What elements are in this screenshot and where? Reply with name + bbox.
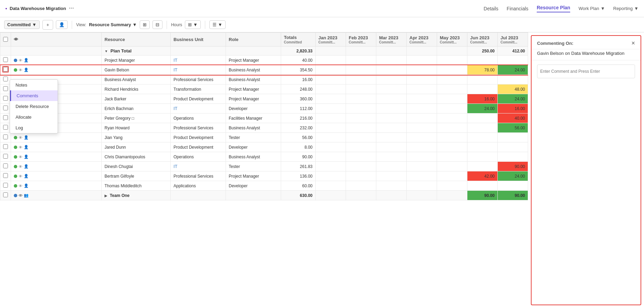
row2-checkbox[interactable] [3,67,8,72]
row10-checkbox[interactable] [3,144,8,149]
row15-jan [316,191,346,200]
eye-icon-2[interactable]: 👁 [19,68,22,72]
row14-role: Developer [226,181,281,191]
pt-jul: 412.00 [498,47,528,56]
row1-jan [316,56,346,65]
row5-checkbox[interactable] [3,96,8,101]
select-all-checkbox[interactable] [3,37,8,42]
context-menu-comments[interactable]: Comments [10,90,58,101]
th-bu: Business Unit [171,33,226,47]
row10-icons: 👁 👤 [11,142,102,152]
row11-may [437,152,467,162]
row5-total: 360.00 [281,94,316,104]
expand-button[interactable]: ⊞ [140,20,150,29]
row3-checkbox[interactable] [3,77,8,81]
row1-bu: IT [171,56,226,65]
nav-work-plan[interactable]: Work Plan ▼ [578,6,605,11]
row15-apr [407,191,437,200]
project-ellipsis[interactable]: ··· [69,5,74,12]
row14-jul [498,181,528,191]
row6-mar [376,104,407,113]
row9-checkbox[interactable] [3,135,8,139]
comment-input[interactable] [537,64,635,78]
table-scroll[interactable]: 👁 Resource Business Unit Role [0,32,528,308]
row11-total: 90.00 [281,152,316,162]
table-row: Jack Barker Product Development Project … [0,94,528,104]
row8-checkbox[interactable] [3,125,8,130]
pt-icons [11,47,102,56]
row14-resource: Thomas Middleditch [102,181,171,191]
status-green-icon-10 [14,146,17,149]
pt-check [0,47,11,56]
th-jul: Jul 2023 Committ... [498,33,528,47]
row7-apr [407,113,437,123]
row10-apr [407,142,437,152]
committed-button[interactable]: Committed ▼ [4,20,40,29]
row12-apr [407,162,437,171]
context-menu-notes[interactable]: Notes [10,80,58,90]
context-menu-allocate[interactable]: Allocate [10,112,58,122]
nav-reporting[interactable]: Reporting ▼ [613,6,638,11]
add-button[interactable]: ＋ [42,20,53,30]
row7-feb [346,113,376,123]
row1-checkbox[interactable] [3,57,8,62]
nav-financials[interactable]: Financials [507,6,528,11]
pt-label: ▼ Plan Total [102,47,171,56]
eye-icon[interactable]: 👁 [19,58,22,62]
person-icon-10: 👤 [24,145,29,149]
comment-input-area [532,60,641,305]
table-row: Business Analyst Professional Services B… [0,75,528,85]
row14-checkbox[interactable] [3,183,8,188]
row3-total: 16.00 [281,75,316,85]
collapse-button[interactable]: ⊟ [152,20,162,29]
view-label: View: [76,22,86,27]
nav-resource-plan[interactable]: Resource Plan [537,5,570,12]
pt-feb [346,47,376,56]
table-row: 👁 👤 Ryan Howard Professional Services Bu… [0,123,528,133]
toolbar: Committed ▼ ＋ 👤 View: Resource Summary ▼… [0,17,644,32]
hours-options-button[interactable]: ⊞ ▼ [185,20,201,29]
row14-bu: Applications [171,181,226,191]
hours-arrow-icon: ▼ [193,22,198,27]
eye-icon-9[interactable]: 👁 [19,136,22,140]
row4-checkbox[interactable] [3,86,8,91]
row13-jul: 24.00 [498,171,528,181]
row10-check [0,142,11,152]
row9-feb [346,133,376,142]
menu-arrow-icon: ▼ [218,22,222,27]
eye-icon-14[interactable]: 👁 [19,184,22,188]
row15-checkbox[interactable] [3,192,8,197]
expand-icon: ⊞ [143,22,147,27]
row5-feb [346,94,376,104]
table-row: 👁 👤 Project Manager IT Project Manager 4… [0,56,528,65]
view-select[interactable]: Resource Summary ▼ [89,22,137,27]
eye-icon-11[interactable]: 👁 [19,155,22,159]
row6-resource: Erlich Bachman [102,104,171,113]
th-feb: Feb 2023 Committ... [346,33,376,47]
nav-details[interactable]: Details [484,6,498,11]
close-comment-panel-button[interactable]: × [631,40,635,46]
eye-icon-13[interactable]: 👁 [19,174,22,178]
menu-icon: ☰ [212,22,217,27]
row11-checkbox[interactable] [3,154,8,159]
row12-checkbox[interactable] [3,163,8,168]
eye-icon-12[interactable]: 👁 [19,165,22,169]
eye-icon-10[interactable]: 👁 [19,145,22,149]
person-add-button[interactable]: 👤 [56,20,68,29]
row11-check [0,152,11,162]
row13-checkbox[interactable] [3,173,8,178]
team-expand-icon[interactable]: ▶ [105,194,107,198]
row3-mar [376,75,407,85]
status-green-icon-13 [14,175,17,178]
person-icon-11: 👤 [24,155,29,159]
row6-checkbox[interactable] [3,106,8,110]
context-menu-log[interactable]: Log [10,122,58,133]
row4-feb [346,85,376,94]
expand-triangle-icon[interactable]: ▼ [105,49,108,53]
eye-icon-15[interactable]: 👁 [19,193,22,198]
row12-jul: 90.00 [498,162,528,171]
row7-checkbox[interactable] [3,115,8,120]
row9-may [437,133,467,142]
context-menu-delete-resource[interactable]: Delete Resource [10,101,58,112]
menu-button[interactable]: ☰ ▼ [209,20,226,29]
